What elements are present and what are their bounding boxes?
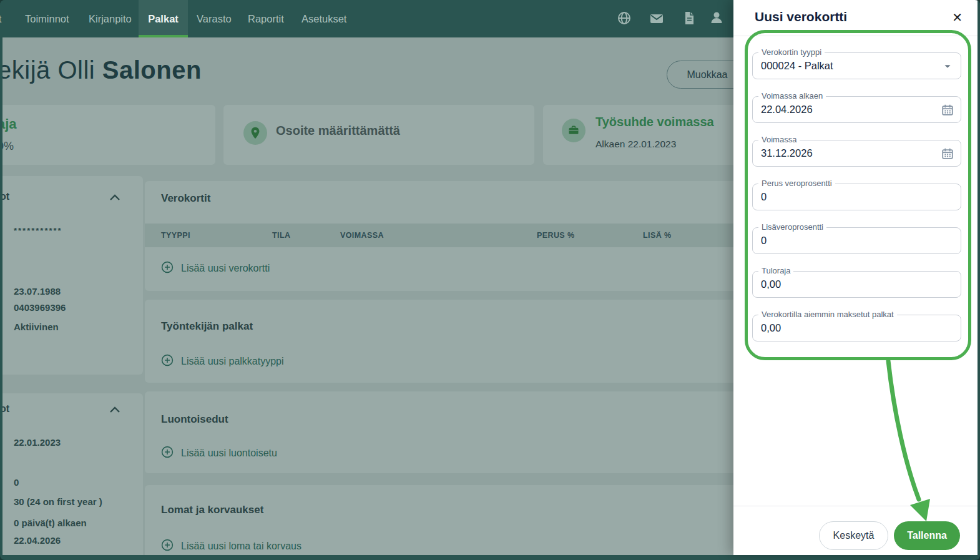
value-row: 0 [14,477,19,488]
plus-circle-icon [161,261,174,276]
nav-item-fragment[interactable]: it [0,0,1,37]
col-lisa: LISÄ % [643,224,671,247]
sidebar-section-1: ot *********** 23.07.1988 0403969396 Akt… [2,176,143,375]
fringe-benefits-title: Luontoisedut [161,413,228,426]
income-limit-input[interactable]: Tuloraja 0,00 [752,271,961,298]
tax-cards-section: Verokortit TYYPPI TILA VOIMASSA PERUS % … [145,181,733,291]
dropdown-caret-icon[interactable] [941,59,954,73]
nav-item-kirjanpito[interactable]: Kirjanpito [89,0,132,37]
col-voimassa: VOIMASSA [340,224,384,247]
add-fringe-benefit-link[interactable]: Lisää uusi luontoisetu [161,446,277,461]
drawer-header: Uusi verokortti ✕ [733,0,978,36]
add-vacation-link[interactable]: Lisää uusi loma tai korvaus [161,539,301,554]
address-status-text: Osoite määrittämättä [276,124,400,138]
base-tax-rate-input[interactable]: Perus veroprosentti 0 [752,184,961,210]
status-value: Aktiivinen [14,322,59,332]
add-salary-type-link[interactable]: Lisää uusi palkkatyyppi [161,354,284,369]
tax-cards-title: Verokortit [161,192,210,205]
date-value: 22.04.2026 [14,535,61,546]
user-icon[interactable] [709,10,724,25]
vacations-section: Lomat ja korvaukset Lisää uusi loma tai … [145,485,733,555]
employee-salaries-section: Työntekijän palkat Lisää uusi palkkatyyp… [145,300,733,383]
previously-paid-salaries-input[interactable]: Verokortilla aiemmin maksetut palkat 0,0… [752,315,961,341]
mail-icon[interactable] [649,11,664,26]
save-button[interactable]: Tallenna [894,521,960,550]
col-perus: PERUS % [537,224,574,247]
info-card-left-value: 0% [2,140,14,153]
calendar-icon[interactable] [941,103,954,117]
plus-circle-icon [161,539,174,554]
drawer-title: Uusi verokortti [755,9,847,24]
document-icon[interactable] [682,11,697,26]
drawer-footer-divider [733,506,978,506]
info-card-employment: Työsuhde voimassa Alkaen 22.01.2023 [543,105,733,165]
page-title: ekijä Olli Salonen [2,56,202,84]
plus-circle-icon [161,446,174,461]
tax-card-type-select[interactable]: Verokortin tyyppi 000024 - Palkat [752,52,961,79]
nav-item-varasto[interactable]: Varasto [197,0,232,37]
plus-circle-icon [161,354,174,369]
sidebar-section-1-header: ot [2,191,9,202]
fringe-benefits-section: Luontoisedut Lisää uusi luontoisetu [145,391,733,473]
valid-from-input[interactable]: Voimassa alkaen 22.04.2026 [752,96,961,123]
nav-item-palkat-active[interactable]: Palkat [139,0,188,37]
days-from-value: 0 päivä(t) alkaen [14,518,87,528]
main-content: ekijä Olli Salonen Muokkaa aja 0% Osoite… [2,37,733,555]
nav-item-raportit[interactable]: Raportit [248,0,284,37]
calendar-icon[interactable] [941,147,954,160]
info-card-left-title: aja [2,116,17,132]
info-card-address: Osoite määrittämättä [223,105,534,165]
employment-status-subtitle: Alkaen 22.01.2023 [595,139,676,150]
sidebar-section-2: ot 22.01.2023 0 30 (24 on first year ) 0… [2,393,143,555]
employee-salaries-title: Työntekijän palkat [161,320,253,333]
vacations-title: Lomat ja korvaukset [161,504,263,516]
valid-until-input[interactable]: Voimassa 31.12.2026 [752,140,961,167]
additional-tax-rate-input[interactable]: Lisäveroprosentti 0 [752,227,961,254]
close-icon[interactable]: ✕ [952,10,963,25]
employment-start-value: 22.01.2023 [14,437,61,448]
new-tax-card-drawer: Uusi verokortti ✕ Verokortin tyyppi 0000… [733,0,978,555]
days-from-value-2: 0 päivä(t) alkaen [14,553,87,555]
employment-status-title: Työsuhde voimassa [595,115,714,129]
globe-icon[interactable] [617,11,632,26]
edit-button[interactable]: Muokkaa [667,61,733,89]
nav-item-asetukset[interactable]: Asetukset [301,0,346,37]
vacation-days-value: 30 (24 on first year ) [14,496,102,507]
nav-item-toiminnot[interactable]: Toiminnot [25,0,69,37]
phone-value: 0403969396 [14,302,66,313]
masked-ssn-value: *********** [14,226,62,235]
birthdate-value: 23.07.1988 [14,286,61,297]
add-tax-card-link[interactable]: Lisää uusi verokortti [161,261,270,276]
chevron-up-icon[interactable] [109,193,121,204]
tax-cards-table-header: TYYPPI TILA VOIMASSA PERUS % LISÄ % [145,224,733,247]
info-card-left: aja 0% [2,105,215,165]
sidebar-section-2-header: ot [2,403,9,415]
chevron-up-icon[interactable] [109,405,121,416]
col-tila: TILA [272,224,290,247]
location-pin-icon [243,121,267,145]
cancel-button[interactable]: Keskeytä [819,521,888,550]
app-window: it Toiminnot Kirjanpito Palkat Varasto R… [0,0,980,560]
col-tyyppi: TYYPPI [161,224,190,247]
briefcase-icon [562,119,586,142]
